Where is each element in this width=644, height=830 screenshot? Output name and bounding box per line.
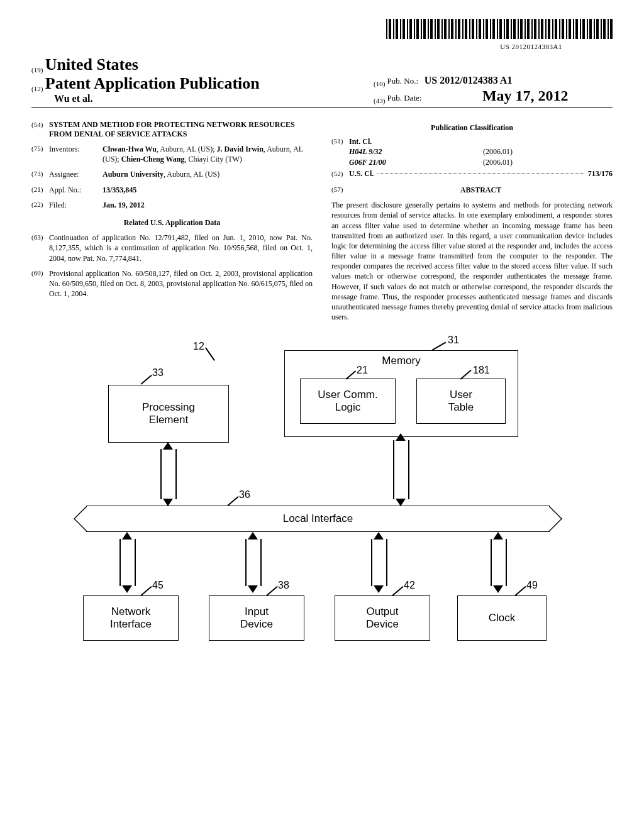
applno-field-num: (21)	[31, 185, 49, 195]
ref-38: 38	[278, 580, 289, 591]
network-interface-label: Network Interface	[110, 606, 152, 631]
country-name: United States	[45, 55, 138, 74]
abstract-label: ABSTRACT	[349, 185, 613, 195]
ref-leader	[205, 348, 215, 361]
intcl-version: (2006.01)	[483, 157, 513, 167]
ref-181: 181	[473, 365, 490, 376]
ref-45: 45	[152, 580, 164, 591]
inventor-name: Chien-Cheng Wang	[121, 155, 185, 163]
output-device-box: Output Device	[335, 595, 430, 641]
inventors-field-num: (75)	[31, 144, 49, 164]
ref-31: 31	[448, 335, 459, 346]
block-diagram-figure: 12 Memory 31 User Comm. Logic 21 User Ta…	[70, 341, 574, 668]
abstract-field-num: (57)	[331, 185, 349, 195]
pubno-field-num: (10)	[374, 80, 385, 87]
ref-leader	[228, 496, 239, 506]
authors-line: Wu et al.	[31, 93, 260, 104]
right-column: Publication Classification (51) Int. Cl.…	[331, 115, 613, 322]
barcode-graphic	[386, 19, 613, 39]
patent-header: (19) United States (12) Patent Applicati…	[31, 55, 613, 104]
intcl-label: Int. Cl.	[349, 136, 613, 147]
ref-49: 49	[526, 580, 538, 591]
ref-33: 33	[152, 367, 164, 379]
provisional-field-num: (60)	[31, 268, 49, 299]
assignee-name: Auburn University	[103, 170, 164, 179]
filed-field-num: (22)	[31, 200, 49, 210]
continuation-text: Continuation of application No. 12/791,4…	[49, 233, 313, 263]
uscl-label: U.S. Cl.	[349, 169, 374, 179]
inventor-name: J. David Irwin	[217, 145, 264, 153]
barcode-region: US 20120124383A1	[31, 19, 613, 52]
bus-arrow	[118, 533, 136, 592]
ref-21: 21	[357, 365, 368, 376]
input-device-label: Input Device	[240, 606, 273, 631]
pubno-label: Pub. No.:	[387, 76, 418, 86]
intcl-code: G06F 21/00	[349, 157, 386, 167]
ref-leader	[392, 586, 404, 595]
bus-end-left	[74, 506, 87, 532]
bus-arrow	[369, 533, 388, 592]
ref-36: 36	[239, 489, 250, 501]
application-number: 13/353,845	[103, 185, 313, 195]
invention-title: SYSTEM AND METHOD FOR PROTECTING NETWORK…	[49, 120, 313, 139]
publication-date: May 17, 2012	[482, 87, 569, 104]
applno-label: Appl. No.:	[49, 185, 103, 195]
ref-leader	[432, 342, 446, 351]
publication-number: US 2012/0124383 A1	[425, 75, 513, 86]
provisional-text: Provisional application No. 60/508,127, …	[49, 268, 313, 299]
assignee-field-num: (73)	[31, 169, 49, 179]
pubdate-label: Pub. Date:	[387, 93, 422, 102]
clock-label: Clock	[489, 612, 516, 624]
bus-arrow	[489, 533, 508, 592]
bus-arrow	[158, 443, 177, 506]
uscl-value: 713/176	[588, 169, 613, 179]
local-interface-bus: Local Interface	[86, 506, 550, 532]
pubdate-field-num: (43)	[374, 97, 385, 104]
inventor-loc: Chiayi City (TW)	[189, 155, 242, 163]
inventor-loc: Auburn, AL (US)	[160, 145, 213, 153]
left-column: (54) SYSTEM AND METHOD FOR PROTECTING NE…	[31, 115, 313, 322]
memory-label: Memory	[382, 355, 420, 367]
ref-42: 42	[404, 580, 415, 591]
output-device-label: Output Device	[366, 606, 399, 631]
continuation-field-num: (63)	[31, 233, 49, 263]
barcode-text: US 20120124383A1	[500, 43, 562, 50]
ref-leader	[141, 586, 152, 595]
header-rule	[31, 107, 613, 108]
processing-element-box: Processing Element	[108, 385, 229, 443]
user-comm-logic-label: User Comm. Logic	[318, 389, 377, 414]
user-table-label: User Table	[448, 389, 474, 414]
pub-type-num: (12)	[31, 85, 43, 92]
ref-leader	[267, 586, 278, 595]
pubclass-heading: Publication Classification	[331, 123, 613, 133]
uscl-leader-dots	[377, 174, 584, 174]
bus-end-right	[549, 506, 562, 532]
intcl-version: (2006.01)	[483, 147, 513, 157]
assignee-loc: Auburn, AL (US)	[167, 170, 219, 179]
processing-element-label: Processing Element	[142, 401, 195, 427]
input-device-box: Input Device	[209, 595, 304, 641]
filed-date: Jan. 19, 2012	[103, 200, 313, 210]
bus-arrow	[391, 434, 410, 506]
ref-leader	[141, 375, 152, 384]
local-interface-label: Local Interface	[283, 512, 353, 525]
ref-12: 12	[193, 341, 204, 352]
inventors-label: Inventors:	[49, 144, 103, 164]
intcl-field-num: (51)	[331, 136, 349, 167]
bus-arrow	[243, 533, 262, 592]
filed-label: Filed:	[49, 200, 103, 210]
uscl-field-num: (52)	[331, 169, 349, 179]
inventor-name: Chwan-Hwa Wu	[103, 145, 157, 153]
assignee-label: Assignee:	[49, 169, 103, 179]
inventors-list: Chwan-Hwa Wu, Auburn, AL (US); J. David …	[103, 144, 313, 164]
related-data-heading: Related U.S. Application Data	[31, 218, 313, 228]
user-comm-logic-box: User Comm. Logic	[300, 379, 396, 424]
ref-leader	[515, 586, 526, 595]
pub-type: Patent Application Publication	[45, 74, 260, 92]
network-interface-box: Network Interface	[83, 595, 179, 641]
country-field-num: (19)	[31, 66, 43, 74]
intcl-code: H04L 9/32	[349, 147, 382, 157]
abstract-text: The present disclosure generally pertain…	[331, 200, 613, 322]
title-field-num: (54)	[31, 120, 49, 139]
clock-box: Clock	[457, 595, 547, 641]
